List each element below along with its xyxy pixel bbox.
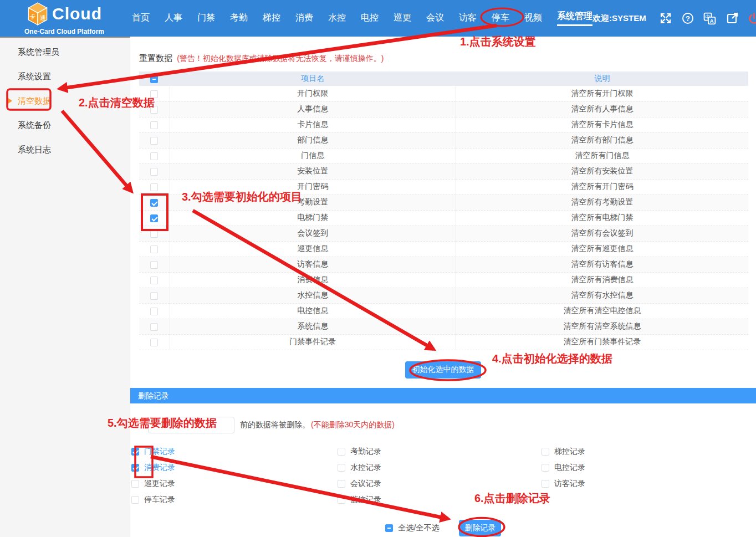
column-header-desc: 说明 (456, 71, 748, 86)
option-checkbox[interactable] (338, 480, 345, 488)
power-icon[interactable] (747, 11, 756, 25)
row-checkbox[interactable] (150, 106, 158, 114)
item-desc: 清空所有会议签到 (456, 226, 748, 241)
table-row: 访客信息清空所有访客信息 (139, 257, 748, 272)
nav-item[interactable]: 电控 (361, 12, 379, 25)
row-checkbox[interactable] (150, 137, 158, 145)
translate-icon[interactable]: 中 A (703, 11, 717, 25)
item-name: 访客信息 (170, 257, 456, 272)
delete-actions-row: 全选/全不选 删除记录 (130, 520, 756, 536)
row-checkbox[interactable] (150, 199, 158, 207)
delete-records-bar: 删除记录 (130, 388, 756, 403)
row-checkbox[interactable] (150, 339, 158, 346)
row-checkbox[interactable] (150, 323, 158, 331)
delete-note: 前的数据将被删除。 (240, 420, 310, 430)
nav-item[interactable]: 人事 (165, 12, 182, 25)
item-desc: 清空所有部门信息 (456, 132, 748, 148)
sidebar-item[interactable]: 系统管理员 (0, 40, 130, 64)
option-checkbox[interactable] (131, 464, 139, 472)
nav-item[interactable]: 访客 (459, 12, 477, 25)
table-row: 开门权限清空所有开门权限 (139, 86, 748, 101)
option-label: 巡更记录 (144, 479, 175, 489)
option-checkbox[interactable] (542, 464, 549, 472)
option-label: 考勤记录 (350, 447, 381, 457)
item-name: 人事信息 (170, 101, 456, 117)
row-checkbox[interactable] (150, 230, 158, 238)
table-row: 会议签到清空所有会议签到 (139, 226, 748, 241)
new-window-icon[interactable] (725, 11, 739, 25)
initialize-selected-button[interactable]: 初始化选中的数据 (405, 361, 481, 379)
nav-item[interactable]: 停车 (492, 12, 509, 25)
delete-option: 停车记录 (131, 495, 338, 504)
delete-option: 电控记录 (542, 463, 756, 472)
sidebar-item[interactable]: 系统备份 (0, 113, 130, 137)
row-checkbox[interactable] (150, 152, 158, 160)
nav-item[interactable]: 梯控 (263, 12, 280, 25)
row-checkbox[interactable] (150, 183, 158, 191)
table-header-row: 项目名 说明 (139, 71, 748, 86)
row-checkbox[interactable] (150, 261, 158, 269)
item-name: 安装位置 (170, 163, 456, 179)
help-icon[interactable]: ? (681, 11, 695, 25)
sidebar-item-active[interactable]: 清空数据 (0, 89, 130, 113)
row-checkbox[interactable] (150, 292, 158, 300)
select-all-rows-checkbox[interactable] (150, 75, 158, 83)
nav-item[interactable]: 首页 (132, 12, 150, 25)
option-checkbox[interactable] (131, 496, 139, 504)
nav-item-active[interactable]: 系统管理 (557, 11, 592, 26)
nav-item[interactable]: 考勤 (230, 12, 248, 25)
option-checkbox[interactable] (131, 448, 139, 456)
row-checkbox[interactable] (150, 214, 158, 222)
sidebar-item[interactable]: 系统日志 (0, 137, 130, 162)
nav-item[interactable]: 消费 (295, 12, 313, 25)
item-desc: 清空所有卡片信息 (456, 117, 748, 132)
nav-item[interactable]: 会议 (426, 12, 444, 25)
fullscreen-icon[interactable] (658, 11, 673, 25)
delete-before-date-input[interactable] (148, 417, 234, 433)
option-label: 水控记录 (350, 463, 381, 473)
option-checkbox[interactable] (338, 496, 345, 504)
item-desc: 清空所有人事信息 (456, 101, 748, 117)
option-checkbox[interactable] (338, 464, 345, 472)
delete-records-button[interactable]: 删除记录 (459, 520, 501, 536)
item-name: 部门信息 (170, 132, 456, 148)
sidebar-item[interactable]: 系统设置 (0, 64, 130, 89)
delete-option: 巡更记录 (131, 479, 338, 488)
item-name: 开门权限 (170, 86, 456, 101)
option-label: 门禁记录 (144, 447, 175, 457)
table-row: 部门信息清空所有部门信息 (139, 132, 748, 148)
logo-cube-icon: 卡 通 (27, 2, 49, 26)
option-checkbox[interactable] (338, 448, 345, 456)
delete-option: 会议记录 (338, 479, 542, 488)
select-all-options-checkbox[interactable] (385, 524, 393, 532)
nav-item[interactable]: 水控 (328, 12, 346, 25)
topbar-right: 欢迎:SYSTEM ? 中 A (592, 11, 756, 25)
item-desc: 清空所有门信息 (456, 148, 748, 163)
row-checkbox[interactable] (150, 308, 158, 315)
table-row: 人事信息清空所有人事信息 (139, 101, 748, 117)
table-row: 门禁事件记录清空所有门禁事件记录 (139, 334, 748, 350)
item-name: 卡片信息 (170, 117, 456, 132)
nav-item[interactable]: 巡更 (394, 12, 411, 25)
nav-item[interactable]: 视频 (524, 12, 542, 25)
item-desc: 清空所有开门权限 (456, 86, 748, 101)
row-checkbox[interactable] (150, 246, 158, 253)
main-nav: 首页人事门禁考勤梯控消费水控电控巡更会议访客停车视频系统管理 (132, 11, 592, 26)
option-label: 会议记录 (350, 479, 381, 489)
row-checkbox[interactable] (150, 121, 158, 129)
row-checkbox[interactable] (150, 90, 158, 98)
option-checkbox[interactable] (542, 448, 549, 456)
nav-item[interactable]: 门禁 (197, 12, 215, 25)
item-desc: 清空所有巡更信息 (456, 241, 748, 257)
row-checkbox[interactable] (150, 168, 158, 176)
column-header-name: 项目名 (170, 71, 456, 86)
table-row: 电控信息清空所有清空电控信息 (139, 303, 748, 319)
row-checkbox[interactable] (150, 277, 158, 284)
item-name: 水控信息 (170, 288, 456, 303)
option-checkbox[interactable] (131, 480, 139, 488)
option-label: 梯控记录 (554, 447, 585, 457)
delete-option: 访客记录 (542, 479, 756, 488)
main-content: 重置数据 (警告！初始化数据库或清除数据将无法恢复，请谨慎操作。) 项目名 说明… (130, 37, 756, 537)
svg-text:通: 通 (40, 14, 46, 21)
option-checkbox[interactable] (542, 480, 549, 488)
